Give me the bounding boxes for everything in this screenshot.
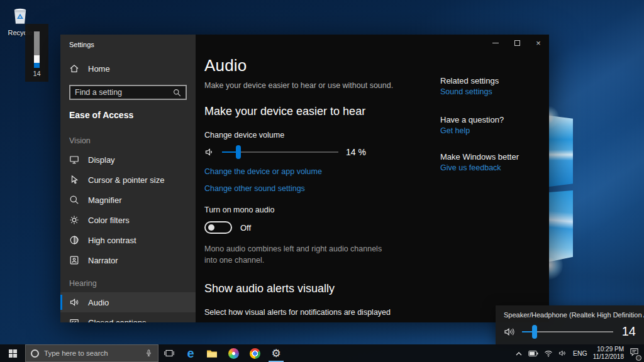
file-explorer-button[interactable] (201, 344, 223, 362)
taskbar: Type here to search e ⚙ ENG 10:29 PM 11/… (0, 344, 644, 362)
sidebar-item-color-filters[interactable]: Color filters (60, 210, 196, 230)
sidebar-item-label: Closed captions (88, 318, 147, 323)
sidebar-item-label: Audio (88, 298, 109, 307)
clock-time: 10:29 PM (593, 346, 624, 354)
device-volume-fill (222, 151, 238, 153)
clock-date: 11/12/2018 (593, 353, 624, 361)
edge-icon: e (187, 347, 194, 359)
taskbar-search-placeholder: Type here to search (44, 349, 108, 357)
speaker-icon (204, 147, 214, 157)
microphone-icon[interactable] (145, 349, 153, 358)
sidebar-item-label: Display (88, 155, 115, 165)
display-icon (69, 155, 79, 165)
volume-flyout-fill (522, 331, 535, 332)
speaker-waves-icon[interactable] (504, 327, 516, 337)
make-windows-better-title: Make Windows better (440, 152, 549, 162)
cursor-icon (69, 175, 79, 185)
maximize-button[interactable] (506, 35, 528, 51)
chrome-icon (250, 348, 260, 359)
mono-audio-label: Turn on mono audio (204, 206, 549, 214)
cortana-icon (31, 349, 39, 358)
device-volume-thumb[interactable] (236, 145, 241, 159)
color-filters-icon (69, 215, 79, 225)
have-a-question-title: Have a question? (440, 115, 549, 124)
volume-osd-slider[interactable] (34, 31, 40, 68)
maximize-icon (514, 40, 520, 46)
sidebar-item-label: Home (88, 64, 110, 74)
volume-osd-thumb[interactable] (34, 55, 40, 63)
change-other-sound-settings-link[interactable]: Change other sound settings (204, 184, 305, 193)
sound-settings-link[interactable]: Sound settings (440, 87, 492, 96)
get-help-link[interactable]: Get help (440, 126, 470, 135)
device-volume-slider[interactable] (222, 151, 338, 153)
selected-indicator (60, 295, 62, 310)
tray-chevron-up-icon[interactable] (515, 351, 523, 356)
sidebar-item-cursor-pointer-size[interactable]: Cursor & pointer size (60, 170, 196, 190)
sidebar-item-narrator[interactable]: Narrator (60, 250, 196, 270)
settings-main-pane: × Audio Make your device easier to hear … (196, 35, 549, 322)
sidebar-group-vision: Vision (60, 136, 196, 150)
sidebar-item-label: High contrast (88, 236, 136, 245)
chrome-button[interactable] (244, 344, 265, 362)
windows-logo-icon (9, 349, 17, 358)
paint3d-button[interactable] (223, 344, 244, 362)
close-button[interactable]: × (528, 35, 549, 51)
volume-flyout: Speaker/Headphone (Realtek High Definiti… (496, 305, 644, 344)
toggle-knob (208, 224, 214, 231)
sidebar-item-magnifier[interactable]: Magnifier (60, 190, 196, 210)
battery-icon[interactable] (528, 350, 538, 357)
sidebar-item-high-contrast[interactable]: High contrast (60, 230, 196, 250)
volume-flyout-thumb[interactable] (532, 325, 537, 339)
settings-search-input[interactable]: Find a setting (69, 85, 187, 100)
window-caption-buttons: × (485, 35, 549, 51)
desktop: Recycle 14 Settings Home Find a setting … (0, 0, 644, 362)
volume-flyout-device-name: Speaker/Headphone (Realtek High Definiti… (504, 311, 636, 319)
change-app-volume-link[interactable]: Change the device or app volume (204, 167, 322, 176)
home-icon (69, 63, 79, 74)
page-title: Audio (204, 56, 549, 75)
sidebar-group-hearing: Hearing (60, 279, 196, 292)
sidebar-item-label: Cursor & pointer size (88, 175, 164, 185)
language-indicator[interactable]: ENG (573, 349, 587, 357)
sidebar-item-closed-captions[interactable]: Closed captions (60, 312, 196, 322)
volume-flyout-value: 14 (619, 324, 636, 339)
sidebar-page-title: Ease of Access (60, 102, 196, 123)
action-center-button[interactable] (630, 348, 639, 359)
give-us-feedback-link[interactable]: Give us feedback (440, 163, 501, 172)
clock[interactable]: 10:29 PM 11/12/2018 (593, 346, 624, 361)
mono-audio-description: Mono audio combines left and right audio… (204, 244, 388, 266)
tray-speaker-icon[interactable] (558, 349, 567, 357)
close-icon: × (536, 38, 541, 48)
volume-osd-value: 14 (25, 70, 48, 77)
volume-flyout-slider[interactable] (522, 331, 613, 332)
related-settings-title: Related settings (440, 76, 549, 85)
system-tray: ENG 10:29 PM 11/12/2018 (515, 346, 644, 361)
sidebar-item-label: Narrator (88, 256, 118, 265)
sidebar-item-label: Color filters (88, 216, 130, 225)
paint3d-icon (228, 348, 239, 359)
sidebar-item-label: Magnifier (88, 195, 121, 205)
edge-button[interactable]: e (180, 344, 201, 362)
task-view-button[interactable] (158, 344, 180, 362)
minimize-button[interactable] (485, 35, 506, 51)
taskbar-search-input[interactable]: Type here to search (25, 344, 158, 362)
sidebar-item-display[interactable]: Display (60, 150, 196, 170)
settings-button[interactable]: ⚙ (265, 344, 287, 362)
mono-audio-toggle[interactable] (204, 221, 232, 234)
start-button[interactable] (0, 344, 25, 362)
mono-audio-state: Off (240, 223, 251, 233)
search-icon (173, 89, 181, 97)
volume-osd-fill (34, 63, 40, 68)
audio-icon (69, 297, 79, 307)
wifi-icon[interactable] (544, 350, 553, 357)
closed-captions-icon (69, 317, 79, 322)
minimize-icon (492, 43, 499, 43)
mono-audio-toggle-row: Off (204, 221, 549, 234)
high-contrast-icon (69, 235, 79, 245)
settings-search-placeholder: Find a setting (75, 88, 122, 97)
settings-sidebar: Settings Home Find a setting Ease of Acc… (60, 35, 196, 322)
sidebar-item-home[interactable]: Home (60, 58, 196, 79)
window-title: Settings (60, 35, 196, 48)
notification-badge (636, 355, 641, 361)
sidebar-item-audio[interactable]: Audio (60, 292, 196, 312)
